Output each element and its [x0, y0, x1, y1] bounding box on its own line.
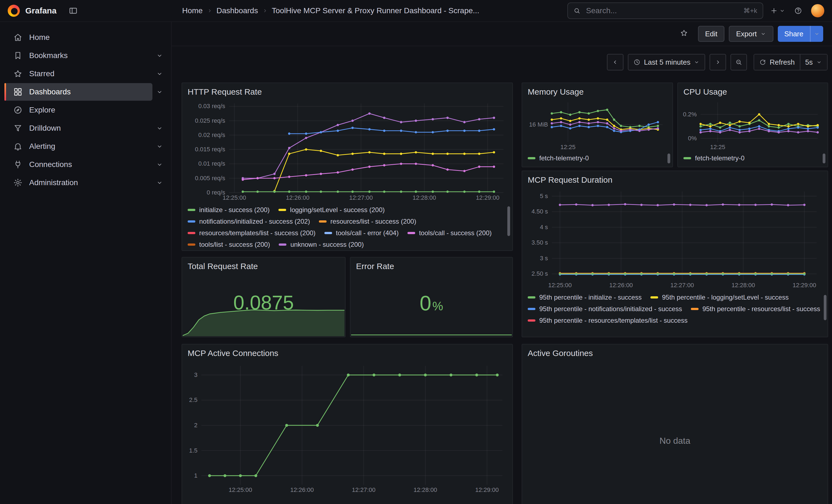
stat-value: 0.0875: [233, 292, 294, 314]
bell-icon: [13, 142, 23, 151]
panel-title: Active Goroutines: [528, 349, 593, 358]
legend-scrollbar[interactable]: [823, 154, 825, 163]
search-input[interactable]: [585, 6, 739, 16]
legend-item[interactable]: tools/call - success (200): [408, 228, 492, 238]
time-shift-forward-button[interactable]: [709, 54, 726, 71]
legend-swatch: [279, 209, 286, 211]
compass-icon: [13, 105, 23, 115]
sidebar-item-home[interactable]: Home: [4, 29, 152, 46]
sidebar-item-label: Starred: [29, 69, 54, 78]
panel-header[interactable]: MCP Request Duration: [522, 171, 828, 189]
panel-header[interactable]: Active Goroutines: [522, 344, 828, 362]
chevron-down-icon[interactable]: [156, 161, 163, 168]
legend-item[interactable]: notifications/initialized - success (202…: [188, 217, 310, 226]
svg-text:0.025 req/s: 0.025 req/s: [195, 117, 225, 124]
legend-label: fetch-telemetry-0: [539, 154, 589, 162]
help-button[interactable]: [792, 4, 805, 17]
legend-item[interactable]: 95th percentile - notifications/initiali…: [528, 304, 682, 314]
share-menu-button[interactable]: [810, 26, 823, 42]
svg-text:0.03 req/s: 0.03 req/s: [198, 103, 225, 109]
legend-swatch: [188, 209, 196, 211]
panel-header[interactable]: CPU Usage: [678, 83, 828, 101]
legend-scrollbar[interactable]: [508, 206, 510, 236]
search-icon: [573, 7, 580, 14]
panel-header[interactable]: Error Rate: [350, 258, 512, 275]
sidebar-row: Home: [4, 29, 167, 46]
http-request-rate-chart[interactable]: 0 req/s0.005 req/s0.01 req/s0.015 req/s0…: [184, 101, 508, 202]
legend-item[interactable]: 95th percentile - initialize - success: [528, 293, 642, 302]
refresh-button[interactable]: Refresh: [754, 54, 800, 70]
cpu-usage-chart[interactable]: 0%0.2%12:25: [680, 100, 822, 151]
legend-item[interactable]: 95th percentile - logging/setLevel - suc…: [650, 293, 788, 302]
chevron-down-icon[interactable]: [156, 52, 163, 59]
svg-text:0.01 req/s: 0.01 req/s: [198, 160, 225, 167]
gear-icon: [13, 178, 23, 187]
panel-active-goroutines: Active Goroutines No data: [522, 344, 828, 504]
panel-header[interactable]: Memory Usage: [522, 83, 672, 101]
sidebar-item-drilldown[interactable]: Drilldown: [4, 120, 152, 137]
chevron-down-icon[interactable]: [156, 88, 163, 96]
sidebar-item-explore[interactable]: Explore: [4, 101, 152, 119]
chevron-down-icon[interactable]: [156, 179, 163, 186]
legend-scrollbar[interactable]: [668, 154, 670, 163]
legend-item[interactable]: resources/list - success (200): [319, 217, 416, 226]
legend-item[interactable]: unknown - success (200): [279, 240, 364, 248]
time-range-label: Last 5 minutes: [644, 58, 690, 67]
legend-item[interactable]: logging/setLevel - success (200): [279, 205, 385, 215]
edit-button[interactable]: Edit: [698, 26, 725, 42]
mcp-request-duration-chart[interactable]: 2.50 s3 s3.50 s4 s4.50 s5 s12:25:0012:26…: [524, 189, 821, 289]
time-shift-back-button[interactable]: [607, 54, 623, 71]
svg-text:16 MiB: 16 MiB: [529, 121, 548, 128]
new-button[interactable]: [768, 4, 787, 17]
svg-text:12:27:00: 12:27:00: [352, 486, 375, 493]
legend-item[interactable]: fetch-telemetry-0: [528, 154, 589, 163]
legend-item[interactable]: 95th percentile - resources/templates/li…: [528, 316, 687, 325]
svg-text:12:29:00: 12:29:00: [475, 486, 499, 493]
chevron-down-icon[interactable]: [156, 125, 163, 132]
legend-item[interactable]: resources/templates/list - success (200): [188, 228, 316, 238]
share-button[interactable]: Share: [778, 26, 810, 42]
legend-item[interactable]: fetch-telemetry-0: [683, 154, 745, 163]
legend-item[interactable]: tools/call - error (404): [324, 228, 399, 238]
breadcrumb-current[interactable]: ToolHive MCP Server & Proxy Runner Dashb…: [272, 6, 479, 15]
sidebar-toggle-button[interactable]: [66, 4, 80, 18]
memory-usage-chart[interactable]: 16 MiB12:25: [524, 100, 667, 151]
chevron-right-icon: [714, 59, 721, 66]
legend-label: 95th percentile - resources/templates/li…: [539, 317, 687, 324]
breadcrumb-home[interactable]: Home: [182, 6, 203, 15]
panel-header[interactable]: HTTP Request Rate: [182, 83, 512, 101]
search-box[interactable]: ⌘+k: [567, 2, 763, 19]
apps-icon: [13, 87, 23, 97]
chevron-down-icon[interactable]: [156, 143, 163, 150]
panel-header[interactable]: MCP Active Connections: [182, 344, 512, 362]
svg-text:4.50 s: 4.50 s: [531, 208, 548, 215]
legend-scrollbar[interactable]: [824, 295, 827, 320]
grafana-logo-icon[interactable]: [8, 5, 20, 17]
sidebar-item-starred[interactable]: Starred: [4, 65, 152, 82]
zoom-out-button[interactable]: [730, 54, 747, 71]
time-range-picker[interactable]: Last 5 minutes: [628, 54, 705, 71]
user-avatar[interactable]: [811, 4, 824, 17]
panel-error-rate: Error Rate 0%: [350, 257, 513, 337]
sidebar-item-administration[interactable]: Administration: [4, 174, 152, 191]
top-bar: Grafana Home Dashboards ToolHive MCP Ser…: [0, 0, 832, 22]
sidebar-item-connections[interactable]: Connections: [4, 156, 152, 173]
sidebar-item-bookmarks[interactable]: Bookmarks: [4, 47, 152, 64]
legend-item[interactable]: initialize - success (200): [188, 205, 270, 215]
chevron-down-icon[interactable]: [156, 70, 163, 77]
export-button[interactable]: Export: [729, 26, 773, 42]
sidebar-row: Bookmarks: [4, 47, 167, 64]
favorite-star-button[interactable]: [678, 27, 690, 41]
svg-text:12:25:00: 12:25:00: [548, 282, 572, 289]
sidebar-item-dashboards[interactable]: Dashboards: [4, 83, 152, 101]
panel-header[interactable]: Total Request Rate: [182, 258, 345, 275]
panel-memory-usage: Memory Usage 16 MiB12:25 fetch-telemetry…: [522, 82, 673, 167]
error-rate-sparkline[interactable]: [351, 317, 512, 336]
mcp-active-connections-chart[interactable]: 11.522.5312:25:0012:26:0012:27:0012:28:0…: [184, 363, 507, 494]
breadcrumb-dashboards[interactable]: Dashboards: [216, 6, 258, 15]
legend-item[interactable]: 95th percentile - resources/list - succe…: [691, 304, 820, 314]
sidebar-item-alerting[interactable]: Alerting: [4, 137, 152, 155]
refresh-interval-button[interactable]: 5s: [800, 54, 827, 70]
export-label: Export: [736, 30, 757, 38]
legend-item[interactable]: tools/list - success (200): [188, 240, 270, 248]
